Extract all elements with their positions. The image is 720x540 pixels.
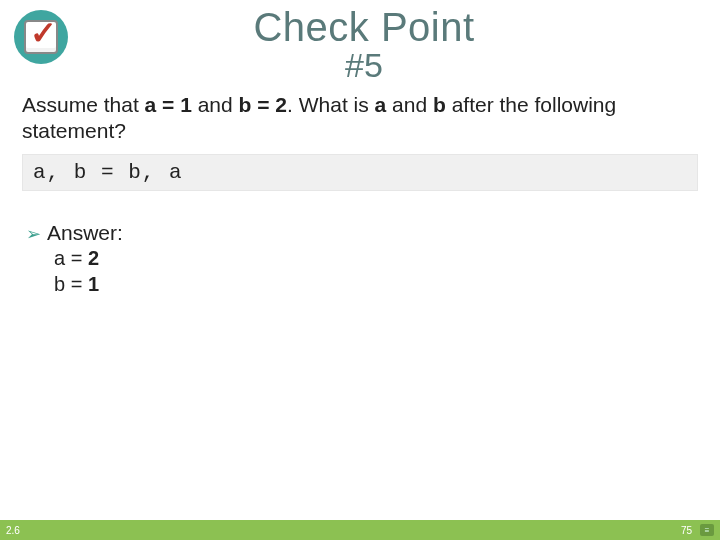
question-text: Assume that a = 1 and b = 2. What is a a… <box>22 92 698 145</box>
q-assume-2: b = 2 <box>239 93 287 116</box>
answer-label: Answer: <box>47 221 123 244</box>
body: Assume that a = 1 and b = 2. What is a a… <box>0 84 720 298</box>
slide: Check Point #5 Assume that a = 1 and b =… <box>0 0 720 540</box>
header: Check Point #5 <box>0 0 720 84</box>
q-mid-1: and <box>192 93 239 116</box>
footer-right: 75 ≡ <box>681 524 714 536</box>
ans2-pre: b = <box>54 273 88 295</box>
ans1-val: 2 <box>88 247 99 269</box>
answer-heading: ➢Answer: <box>26 221 698 245</box>
ans1-pre: a = <box>54 247 88 269</box>
title-line-2: #5 <box>76 48 652 84</box>
checkpoint-badge <box>14 10 68 64</box>
footer-page-number: 75 <box>681 525 692 536</box>
title-block: Check Point #5 <box>76 6 652 84</box>
answer-line-2: b = 1 <box>54 271 698 297</box>
q-mid-3: and <box>386 93 433 116</box>
ans2-val: 1 <box>88 273 99 295</box>
title-line-1: Check Point <box>76 6 652 48</box>
q-var-1: a <box>375 93 387 116</box>
footer-section: 2.6 <box>6 525 20 536</box>
footer-bar: 2.6 75 ≡ <box>0 520 720 540</box>
notes-icon: ≡ <box>700 524 714 536</box>
q-prefix: Assume that <box>22 93 145 116</box>
badge-circle <box>14 10 68 64</box>
q-var-2: b <box>433 93 446 116</box>
q-mid-2: . What is <box>287 93 375 116</box>
check-icon <box>24 20 58 54</box>
answer-block: ➢Answer: a = 2 b = 1 <box>22 221 698 297</box>
q-assume-1: a = 1 <box>145 93 192 116</box>
answer-lines: a = 2 b = 1 <box>26 245 698 297</box>
code-block: a, b = b, a <box>22 154 698 191</box>
chevron-right-icon: ➢ <box>26 224 41 244</box>
answer-line-1: a = 2 <box>54 245 698 271</box>
